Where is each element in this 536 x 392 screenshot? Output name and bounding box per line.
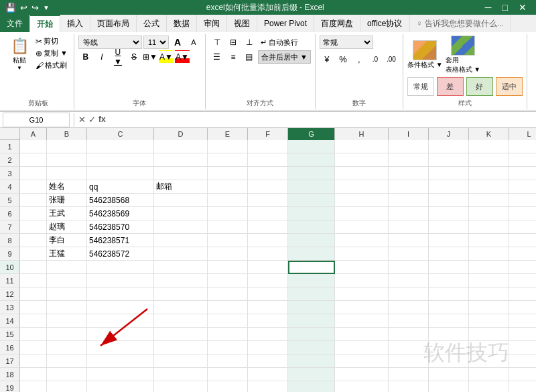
cell-B14[interactable] bbox=[47, 314, 87, 328]
cell-E15[interactable] bbox=[208, 328, 248, 341]
cell-D3[interactable] bbox=[154, 167, 208, 180]
col-header-E[interactable]: E bbox=[208, 128, 248, 140]
cell-I17[interactable] bbox=[389, 354, 429, 368]
row-header-4[interactable]: 4 bbox=[0, 180, 20, 194]
cell-E7[interactable] bbox=[208, 220, 248, 234]
cell-A5[interactable] bbox=[20, 194, 47, 207]
cell-D11[interactable] bbox=[154, 274, 208, 287]
cell-K3[interactable] bbox=[469, 167, 509, 180]
cell-G13[interactable] bbox=[288, 301, 335, 314]
cell-H17[interactable] bbox=[335, 354, 389, 368]
cell-B7[interactable]: 赵璃 bbox=[47, 220, 87, 234]
cell-K6[interactable] bbox=[469, 207, 509, 220]
cell-H18[interactable] bbox=[335, 368, 389, 381]
wrap-text-btn[interactable]: ↵ 自动换行 bbox=[258, 36, 301, 49]
cell-B11[interactable] bbox=[47, 274, 87, 287]
cancel-formula-icon[interactable]: ✕ bbox=[78, 115, 86, 125]
cell-K1[interactable] bbox=[469, 140, 509, 153]
cell-D19[interactable] bbox=[154, 381, 208, 392]
cell-G1[interactable] bbox=[288, 140, 335, 153]
cell-H2[interactable] bbox=[335, 153, 389, 167]
cell-F5[interactable] bbox=[248, 194, 288, 207]
redo-icon[interactable]: ↪ bbox=[31, 3, 39, 13]
cell-A6[interactable] bbox=[20, 207, 47, 220]
cell-D18[interactable] bbox=[154, 368, 208, 381]
cell-C1[interactable] bbox=[87, 140, 154, 153]
middle-align-btn[interactable]: ⊟ bbox=[226, 36, 241, 49]
cell-G17[interactable] bbox=[288, 354, 335, 368]
left-align-btn[interactable]: ☰ bbox=[210, 50, 224, 64]
cell-E6[interactable] bbox=[208, 207, 248, 220]
cell-J10[interactable] bbox=[429, 261, 469, 274]
cell-G5[interactable] bbox=[288, 194, 335, 207]
percent-btn[interactable]: % bbox=[336, 52, 350, 66]
cell-J13[interactable] bbox=[429, 301, 469, 314]
cell-L6[interactable] bbox=[509, 207, 536, 220]
cell-I11[interactable] bbox=[389, 274, 429, 287]
cell-A15[interactable] bbox=[20, 328, 47, 341]
cell-A1[interactable] bbox=[20, 140, 47, 153]
cell-C14[interactable] bbox=[87, 314, 154, 328]
cell-D4[interactable]: 邮箱 bbox=[154, 180, 208, 194]
row-header-19[interactable]: 19 bbox=[0, 381, 20, 392]
merge-center-btn[interactable]: 合并后居中 ▼ bbox=[258, 50, 311, 64]
cell-J19[interactable] bbox=[429, 381, 469, 392]
confirm-formula-icon[interactable]: ✓ bbox=[88, 115, 96, 125]
col-header-A[interactable]: A bbox=[20, 128, 47, 140]
tab-data[interactable]: 数据 bbox=[167, 15, 197, 32]
cell-I10[interactable] bbox=[389, 261, 429, 274]
cell-I6[interactable] bbox=[389, 207, 429, 220]
style-bad-btn[interactable]: 差 bbox=[437, 77, 464, 96]
comma-btn[interactable]: , bbox=[352, 52, 366, 66]
cell-L18[interactable] bbox=[509, 368, 536, 381]
tab-office[interactable]: office协议 bbox=[360, 15, 409, 32]
cell-H11[interactable] bbox=[335, 274, 389, 287]
cell-E5[interactable] bbox=[208, 194, 248, 207]
cell-K11[interactable] bbox=[469, 274, 509, 287]
cond-format-btn[interactable]: 条件格式 ▼ bbox=[407, 40, 443, 70]
cell-L1[interactable] bbox=[509, 140, 536, 153]
cell-J3[interactable] bbox=[429, 167, 469, 180]
cell-L17[interactable] bbox=[509, 354, 536, 368]
cell-H6[interactable] bbox=[335, 207, 389, 220]
font-size-select[interactable]: 11 bbox=[143, 36, 169, 49]
cell-L2[interactable] bbox=[509, 153, 536, 167]
cell-F3[interactable] bbox=[248, 167, 288, 180]
cell-G15[interactable] bbox=[288, 328, 335, 341]
cell-K7[interactable] bbox=[469, 220, 509, 234]
cell-A8[interactable] bbox=[20, 234, 47, 247]
cell-D15[interactable] bbox=[154, 328, 208, 341]
top-align-btn[interactable]: ⊤ bbox=[210, 36, 224, 49]
cell-H5[interactable] bbox=[335, 194, 389, 207]
cell-H13[interactable] bbox=[335, 301, 389, 314]
cell-F12[interactable] bbox=[248, 287, 288, 301]
cell-F2[interactable] bbox=[248, 153, 288, 167]
cell-L3[interactable] bbox=[509, 167, 536, 180]
cell-G9[interactable] bbox=[288, 247, 335, 261]
formula-input[interactable] bbox=[109, 113, 536, 127]
cell-F10[interactable] bbox=[248, 261, 288, 274]
cell-B2[interactable] bbox=[47, 153, 87, 167]
cell-I8[interactable] bbox=[389, 234, 429, 247]
border-btn[interactable]: ⊞▼ bbox=[143, 50, 157, 64]
cell-J1[interactable] bbox=[429, 140, 469, 153]
col-header-L[interactable]: L bbox=[509, 128, 536, 140]
cell-C12[interactable] bbox=[87, 287, 154, 301]
cell-A9[interactable] bbox=[20, 247, 47, 261]
cell-C3[interactable] bbox=[87, 167, 154, 180]
cell-L14[interactable] bbox=[509, 314, 536, 328]
cell-I18[interactable] bbox=[389, 368, 429, 381]
cell-J17[interactable] bbox=[429, 354, 469, 368]
cell-F15[interactable] bbox=[248, 328, 288, 341]
tab-baidu[interactable]: 百度网盘 bbox=[314, 15, 360, 32]
maximize-btn[interactable]: □ bbox=[498, 2, 512, 13]
cell-F8[interactable] bbox=[248, 234, 288, 247]
cell-B5[interactable]: 张珊 bbox=[47, 194, 87, 207]
row-header-17[interactable]: 17 bbox=[0, 354, 20, 368]
cell-I19[interactable] bbox=[389, 381, 429, 392]
cell-K18[interactable] bbox=[469, 368, 509, 381]
cell-J12[interactable] bbox=[429, 287, 469, 301]
underline-btn[interactable]: U ▼ bbox=[111, 50, 125, 64]
row-header-15[interactable]: 15 bbox=[0, 328, 20, 341]
cell-L19[interactable] bbox=[509, 381, 536, 392]
